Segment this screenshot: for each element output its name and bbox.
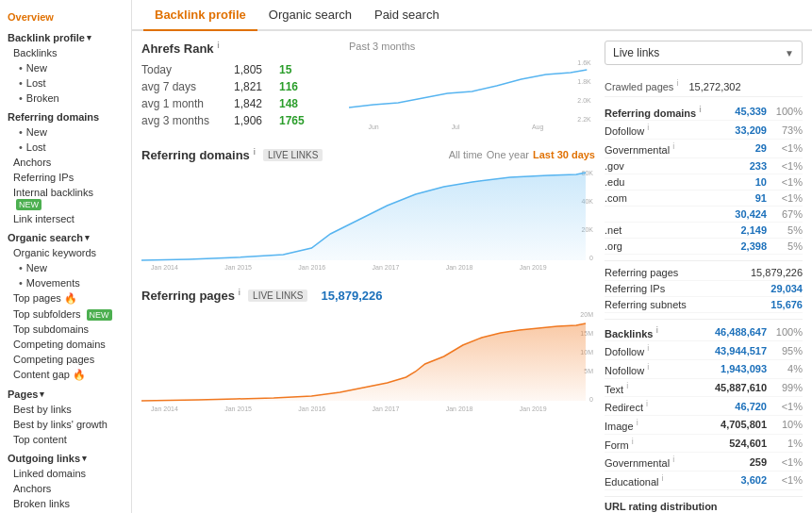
referring-pages-live-badge: LIVE LINKS (248, 290, 307, 302)
bl-redirect-key: Redirect i (605, 399, 715, 413)
governmental-pct: <1% (767, 142, 803, 154)
net-val: 2,149 (715, 224, 767, 236)
svg-text:Jan 2015: Jan 2015 (224, 405, 252, 412)
tab-organic-search[interactable]: Organic search (257, 0, 363, 31)
net-row: .net 2,149 5% (605, 223, 803, 239)
sidebar-item-movements[interactable]: •Movements (0, 275, 131, 290)
sidebar-item-broken-backlinks[interactable]: •Broken (0, 91, 131, 106)
ref-subnets-stat-val: 15,676 (751, 299, 803, 310)
sidebar-item-internal-backlinks[interactable]: Internal backlinks NEW (0, 185, 131, 211)
content-area: Ahrefs Rank i Today 1,805 15 avg 7 days … (132, 31, 812, 513)
svg-text:1.6K: 1.6K (577, 58, 590, 68)
edu-val: 10 (715, 176, 767, 188)
sidebar-item-top-content[interactable]: Top content (0, 432, 131, 447)
svg-text:0: 0 (589, 255, 593, 261)
tab-backlink-profile[interactable]: Backlink profile (143, 0, 257, 31)
ref-pages-stat-key: Referring pages (605, 267, 751, 278)
com-row: .com 91 <1% (605, 190, 803, 207)
rank-change-7days: 116 (279, 80, 298, 93)
sidebar-item-anchors[interactable]: Anchors (0, 155, 131, 170)
bl-redirect-val: 46,720 (715, 401, 767, 412)
sidebar-item-best-by-links-growth[interactable]: Best by links' growth (0, 417, 131, 432)
sidebar-item-new-backlinks[interactable]: •New (0, 60, 131, 75)
tab-bar: Backlink profile Organic search Paid sea… (132, 0, 812, 31)
svg-text:Jan 2016: Jan 2016 (298, 405, 325, 412)
com-val: 91 (715, 192, 767, 204)
sidebar-item-top-subdomains[interactable]: Top subdomains (0, 322, 131, 337)
sidebar-item-content-gap[interactable]: Content gap 🔥 (0, 367, 131, 383)
sidebar-item-broken-links[interactable]: Broken links (0, 496, 131, 511)
svg-text:Jan 2016: Jan 2016 (298, 264, 325, 271)
rank-label-7days: avg 7 days (141, 80, 226, 93)
gov-pct: <1% (767, 160, 803, 172)
bl-nofollow-row: Nofollow i 1,943,093 4% (605, 360, 803, 379)
sidebar-item-backlinks[interactable]: Backlinks (0, 45, 131, 60)
rank-label-today: Today (141, 63, 226, 76)
sidebar-overview[interactable]: Overview (0, 8, 131, 26)
sidebar-item-top-subfolders[interactable]: Top subfolders NEW (0, 306, 131, 322)
sidebar-item-top-pages[interactable]: Top pages 🔥 (0, 290, 131, 306)
live-links-dropdown[interactable]: Live links ▼ (605, 41, 803, 65)
bl-form-key: Form i (605, 437, 715, 451)
sidebar-item-new-organic[interactable]: •New (0, 260, 131, 275)
gov-val: 233 (715, 160, 767, 172)
sidebar-item-lost-backlinks[interactable]: •Lost (0, 75, 131, 91)
sidebar-item-lost-ref[interactable]: •Lost (0, 140, 131, 155)
referring-pages-title: Referring pages i (141, 288, 240, 303)
bl-image-key: Image i (605, 418, 715, 432)
svg-text:Jan 2019: Jan 2019 (520, 405, 547, 412)
right-panel: Live links ▼ Crawled pages i 15,272,302 … (605, 41, 803, 512)
ref-pages-stat-val: 15,879,226 (751, 267, 803, 278)
sidebar-item-organic-keywords[interactable]: Organic keywords (0, 245, 131, 260)
rank-row-3months: avg 3 months 1,906 1765 (141, 112, 340, 129)
crawled-pages-value: 15,272,302 (689, 81, 741, 92)
com2-row: 30,424 67% (605, 207, 803, 223)
ref-ips-stat-val: 29,034 (751, 283, 803, 294)
sidebar-item-link-intersect[interactable]: Link intersect (0, 211, 131, 226)
sidebar-section-organic-search[interactable]: Organic search ▾ (0, 226, 131, 245)
filter-all-time[interactable]: All time (449, 149, 483, 160)
svg-text:Jan 2019: Jan 2019 (520, 264, 547, 271)
rank-row-1month: avg 1 month 1,842 148 (141, 95, 340, 112)
svg-marker-29 (141, 323, 586, 401)
sidebar-section-referring-domains[interactable]: Referring domains (0, 106, 131, 124)
bl-text-pct: 99% (767, 382, 803, 393)
sidebar-item-competing-pages[interactable]: Competing pages (0, 352, 131, 367)
left-panel: Ahrefs Rank i Today 1,805 15 avg 7 days … (141, 41, 595, 512)
ref-ips-stat-key: Referring IPs (605, 283, 751, 294)
rank-value-3months: 1,906 (234, 114, 272, 127)
bl-form-row: Form i 524,601 1% (605, 435, 803, 454)
edu-pct: <1% (767, 176, 803, 188)
sidebar-item-outgoing-anchors[interactable]: Anchors (0, 481, 131, 496)
governmental-val: 29 (715, 142, 767, 154)
svg-text:Jan 2015: Jan 2015 (224, 264, 252, 271)
sidebar-section-outgoing-links[interactable]: Outgoing links ▾ (0, 447, 131, 466)
main-content: Backlink profile Organic search Paid sea… (132, 0, 812, 513)
bl-redirect-row: Redirect i 46,720 <1% (605, 397, 803, 416)
ref-domains-pct: 100% (767, 106, 803, 117)
bl-governmental-row: Governmental i 259 <1% (605, 453, 803, 472)
bl-image-pct: 10% (767, 419, 803, 430)
rank-change-today: 15 (279, 63, 291, 76)
bl-dofollow-key: Dofollow i (605, 343, 715, 357)
sidebar-item-best-by-links[interactable]: Best by links (0, 402, 131, 417)
sidebar-item-referring-ips[interactable]: Referring IPs (0, 170, 131, 185)
url-rating-section: URL rating distribution (605, 496, 803, 512)
com2-pct: 67% (767, 208, 803, 220)
bl-dofollow-pct: 95% (767, 345, 803, 356)
rank-label-3months: avg 3 months (141, 114, 226, 127)
backlinks-key: Backlinks i (605, 325, 715, 339)
rank-change-3months: 1765 (279, 114, 305, 127)
sidebar-item-new-ref[interactable]: •New (0, 124, 131, 140)
sidebar-section-pages[interactable]: Pages ▾ (0, 383, 131, 402)
governmental-row: Governmental i 29 <1% (605, 140, 803, 158)
ref-ips-stat-row: Referring IPs 29,034 (605, 281, 803, 297)
filter-last-30-days[interactable]: Last 30 days (533, 149, 595, 160)
sidebar-section-backlink-profile[interactable]: Backlink profile ▾ (0, 26, 131, 45)
dofollow-key: Dofollow i (605, 123, 715, 137)
sidebar-item-linked-domains[interactable]: Linked domains (0, 466, 131, 481)
sidebar-item-competing-domains[interactable]: Competing domains (0, 337, 131, 352)
org-row: .org 2,398 5% (605, 239, 803, 255)
filter-one-year[interactable]: One year (487, 149, 529, 160)
tab-paid-search[interactable]: Paid search (363, 0, 451, 31)
